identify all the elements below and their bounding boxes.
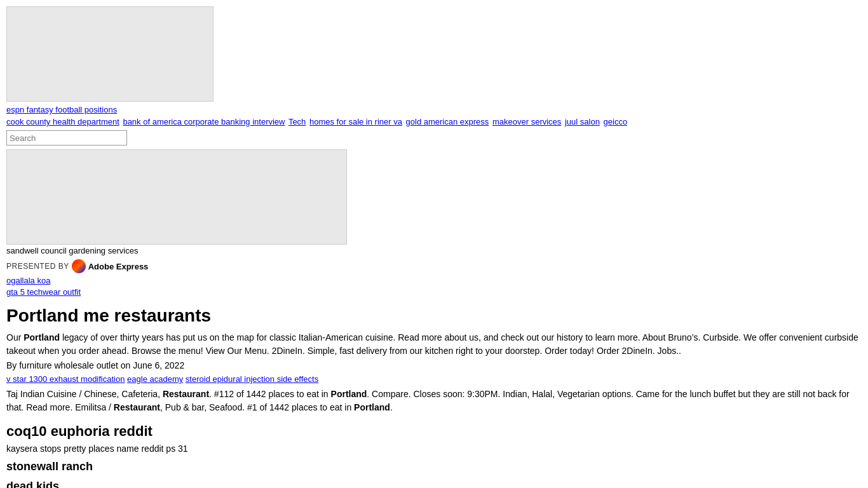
bold-portland-2: Portland xyxy=(331,389,367,399)
links-row: cook county health department bank of am… xyxy=(6,117,862,126)
presented-by-row: PRESENTED BY Adobe Express xyxy=(6,259,862,273)
section2-text: kaysera stops pretty places name reddit … xyxy=(6,444,862,454)
links-row-item-6[interactable]: juul salon xyxy=(565,117,600,126)
mid-ad-link: sandwell council gardening services xyxy=(6,246,862,255)
search-input[interactable] xyxy=(6,130,127,146)
links-row-item-5[interactable]: makeover services xyxy=(492,117,561,126)
adobe-express-label: Adobe Express xyxy=(88,262,149,271)
bold-portland: Portland xyxy=(24,332,60,342)
small-links-container: ogallala koagta 5 techwear outfit xyxy=(6,276,862,297)
by-line: By furniture wholesale outlet on June 6,… xyxy=(6,360,862,370)
content-link-1[interactable]: eagle academy xyxy=(127,374,183,384)
search-bar-row xyxy=(6,130,862,146)
bold-restaurant-2: Restaurant xyxy=(114,402,160,412)
adobe-express-icon xyxy=(72,259,86,273)
bold-portland-3: Portland xyxy=(354,402,390,412)
content-links: v star 1300 exhaust modification eagle a… xyxy=(6,374,862,384)
section2-title: coq10 euphoria reddit xyxy=(6,423,862,440)
content-link-0[interactable]: v star 1300 exhaust modification xyxy=(6,374,125,384)
links-row-item-2[interactable]: Tech xyxy=(288,117,306,126)
content-link-2[interactable]: steroid epidural injection side effects xyxy=(186,374,318,384)
small-link-0: ogallala koa xyxy=(6,276,862,285)
top-ad-link[interactable]: espn fantasy football positions xyxy=(6,105,117,114)
links-row-item-0[interactable]: cook county health department xyxy=(6,117,119,126)
small-link-anchor-0[interactable]: ogallala koa xyxy=(6,276,50,285)
links-row-item-3[interactable]: homes for sale in riner va xyxy=(309,117,402,126)
small-link-anchor-1[interactable]: gta 5 techwear outfit xyxy=(6,287,81,297)
section4-title: dead kids xyxy=(6,480,862,488)
body-text: Taj Indian Cuisine / Chinese, Cafeteria,… xyxy=(6,388,862,414)
page-title: Portland me restaurants xyxy=(6,306,862,326)
top-ad-banner xyxy=(6,6,214,102)
links-row-item-4[interactable]: gold american express xyxy=(406,117,489,126)
bold-restaurant-1: Restaurant xyxy=(163,389,209,399)
links-row-item-1[interactable]: bank of america corporate banking interv… xyxy=(123,117,285,126)
main-description: Our Portland legacy of over thirty years… xyxy=(6,331,862,358)
section3-title: stonewall ranch xyxy=(6,460,862,473)
presented-label: PRESENTED BY xyxy=(6,262,69,271)
small-link-1: gta 5 techwear outfit xyxy=(6,287,862,297)
links-row-item-7[interactable]: geicco xyxy=(604,117,628,126)
mid-ad-banner xyxy=(6,149,347,245)
